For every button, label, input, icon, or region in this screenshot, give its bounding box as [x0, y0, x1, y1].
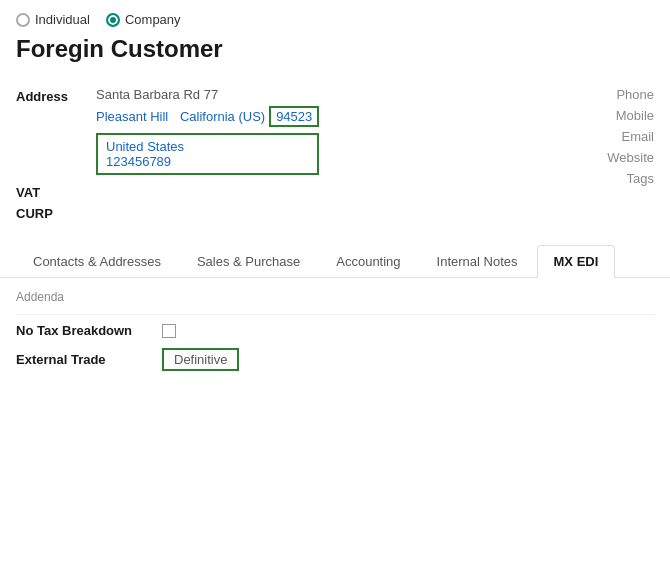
- city-text: Pleasant Hill: [96, 109, 168, 124]
- address-block: Address Santa Barbara Rd 77 Pleasant Hil…: [16, 87, 534, 175]
- tab-content-mxedi: Addenda No Tax Breakdown External Trade …: [0, 278, 670, 393]
- no-tax-breakdown-row: No Tax Breakdown: [16, 323, 654, 338]
- state-label: California (US): [180, 109, 265, 124]
- side-website[interactable]: Website: [607, 150, 654, 165]
- side-tags[interactable]: Tags: [627, 171, 654, 186]
- tabs-bar: Contacts & Addresses Sales & Purchase Ac…: [0, 245, 670, 278]
- individual-radio[interactable]: [16, 13, 30, 27]
- street-line: Santa Barbara Rd 77: [96, 87, 319, 102]
- company-radio[interactable]: [106, 13, 120, 27]
- external-trade-row: External Trade Definitive: [16, 348, 654, 371]
- company-option[interactable]: Company: [106, 12, 181, 27]
- vat-number-text: 123456789: [106, 154, 309, 169]
- state-text: [172, 109, 176, 124]
- curp-label: CURP: [16, 204, 96, 221]
- company-label: Company: [125, 12, 181, 27]
- side-phone[interactable]: Phone: [616, 87, 654, 102]
- no-tax-breakdown-label: No Tax Breakdown: [16, 323, 146, 338]
- zip-box[interactable]: 94523: [269, 106, 319, 127]
- individual-label: Individual: [35, 12, 90, 27]
- page-title: Foregin Customer: [0, 31, 670, 79]
- side-mobile[interactable]: Mobile: [616, 108, 654, 123]
- section-title: Addenda: [16, 290, 654, 304]
- main-fields: Address Santa Barbara Rd 77 Pleasant Hil…: [16, 87, 534, 221]
- external-trade-label: External Trade: [16, 352, 146, 367]
- section-divider: [16, 314, 654, 315]
- side-email[interactable]: Email: [621, 129, 654, 144]
- address-content: Santa Barbara Rd 77 Pleasant Hill Califo…: [96, 87, 319, 175]
- tab-accounting[interactable]: Accounting: [319, 245, 417, 277]
- type-selector: Individual Company: [0, 0, 670, 31]
- tab-sales[interactable]: Sales & Purchase: [180, 245, 317, 277]
- tab-internal-notes[interactable]: Internal Notes: [420, 245, 535, 277]
- vat-row: VAT: [16, 183, 534, 200]
- tab-contacts[interactable]: Contacts & Addresses: [16, 245, 178, 277]
- tab-mxedi[interactable]: MX EDI: [537, 245, 616, 278]
- vat-label: VAT: [16, 183, 96, 200]
- curp-row: CURP: [16, 204, 534, 221]
- external-trade-value[interactable]: Definitive: [162, 348, 239, 371]
- address-label: Address: [16, 87, 96, 104]
- no-tax-breakdown-checkbox[interactable]: [162, 324, 176, 338]
- city-state-line: Pleasant Hill California (US) 94523: [96, 106, 319, 127]
- side-fields: Phone Mobile Email Website Tags: [534, 87, 654, 221]
- individual-option[interactable]: Individual: [16, 12, 90, 27]
- form-section: Address Santa Barbara Rd 77 Pleasant Hil…: [0, 79, 670, 229]
- country-vat-box[interactable]: United States 123456789: [96, 133, 319, 175]
- radio-group: Individual Company: [16, 12, 181, 27]
- country-text: United States: [106, 139, 309, 154]
